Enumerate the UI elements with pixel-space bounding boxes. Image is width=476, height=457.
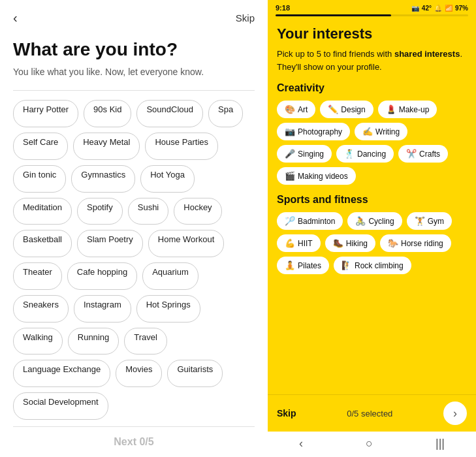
interest-tags: 🏸Badminton🚴Cycling🏋️Gym💪HIIT🥾Hiking🐎Hors…: [277, 212, 467, 274]
tag-item[interactable]: Theater: [13, 262, 62, 290]
sound-icon: 🔔: [434, 5, 442, 12]
tag-emoji: 🏋️: [415, 216, 425, 226]
interest-tag-item[interactable]: 🎬Making videos: [277, 167, 356, 185]
interest-tag-item[interactable]: 🎨Art: [277, 101, 315, 118]
tag-emoji: ✂️: [406, 149, 417, 159]
interest-tag-item[interactable]: 📷Photography: [277, 123, 350, 140]
back-button[interactable]: ‹: [13, 10, 18, 25]
tag-item[interactable]: Spa: [208, 100, 243, 127]
tag-item[interactable]: Meditation: [13, 198, 72, 225]
divider: [13, 90, 255, 91]
tag-item[interactable]: Gin tonic: [13, 165, 66, 193]
left-panel: ‹ Skip What are you into? You like what …: [0, 0, 268, 457]
tag-item[interactable]: Language Exchange: [13, 360, 110, 387]
tag-item[interactable]: Hockey: [174, 198, 221, 225]
tag-label: HIIT: [298, 239, 313, 248]
tag-emoji: 🏸: [285, 216, 295, 226]
tag-label: Gym: [428, 217, 444, 226]
tag-item[interactable]: Social Development: [13, 392, 108, 420]
tags-container: Harry Potter90s KidSoundCloudSpaSelf Car…: [13, 100, 255, 426]
tag-emoji: 💄: [386, 104, 396, 114]
progress-bar: [276, 14, 468, 16]
interest-tag-item[interactable]: 🥾Hiking: [325, 234, 375, 252]
tag-item[interactable]: Cafe hopping: [67, 262, 137, 290]
signal-icon: 📶: [445, 5, 452, 12]
left-footer: Next 0/5: [13, 426, 255, 457]
tag-item[interactable]: Hot Yoga: [140, 165, 195, 193]
tag-item[interactable]: Travel: [124, 328, 167, 355]
tag-label: Horse riding: [401, 239, 443, 248]
tag-label: Making videos: [298, 172, 348, 181]
tag-emoji: 🎨: [285, 104, 295, 114]
interest-tag-item[interactable]: 💪HIIT: [277, 234, 321, 252]
tag-label: Art: [298, 105, 308, 114]
interest-tag-item[interactable]: 🎤Singing: [277, 145, 332, 163]
tag-item[interactable]: Instagram: [74, 295, 131, 323]
interest-tag-item[interactable]: 🧘Pilates: [277, 257, 329, 274]
left-subtitle: You like what you like. Now, let everyon…: [13, 66, 255, 79]
tag-emoji: 🚴: [355, 216, 366, 226]
tag-item[interactable]: Heavy Metal: [73, 133, 140, 160]
interest-tags: 🎨Art✏️Design💄Make-up📷Photography✍️Writin…: [277, 101, 467, 185]
tag-item[interactable]: Slam Poetry: [77, 230, 143, 257]
tag-item[interactable]: Self Care: [13, 133, 68, 160]
tag-emoji: 💪: [285, 238, 295, 248]
tag-item[interactable]: Gymnastics: [71, 165, 135, 193]
tag-item[interactable]: Basketball: [13, 230, 72, 257]
interest-tag-item[interactable]: ✂️Crafts: [398, 145, 448, 163]
skip-button-left[interactable]: Skip: [236, 12, 255, 24]
interest-tag-item[interactable]: ✍️Writing: [355, 123, 407, 140]
tag-label: Badminton: [298, 217, 335, 226]
interest-tag-item[interactable]: 🐎Horse riding: [380, 234, 451, 252]
interest-tag-item[interactable]: 🏋️Gym: [407, 212, 452, 230]
status-bar: 9:18 📷 42° 🔔 📶 97%: [268, 0, 476, 14]
tag-emoji: ✏️: [328, 104, 338, 114]
tag-item[interactable]: Aquarium: [142, 262, 198, 290]
tag-label: Pilates: [298, 261, 321, 270]
tag-emoji: 🧘: [285, 260, 295, 270]
tag-emoji: 📷: [285, 127, 295, 136]
tag-item[interactable]: Running: [68, 328, 119, 355]
tag-item[interactable]: Home Workout: [148, 230, 224, 257]
tag-label: Rock climbing: [355, 261, 404, 270]
interest-tag-item[interactable]: 🧗Rock climbing: [334, 257, 411, 274]
tag-item[interactable]: SoundCloud: [136, 100, 203, 127]
nav-bar: ‹ ○ |||: [268, 432, 476, 457]
status-time: 9:18: [276, 4, 290, 12]
tag-item[interactable]: Hot Springs: [136, 295, 200, 323]
tag-item[interactable]: 90s Kid: [84, 100, 131, 127]
interest-tag-item[interactable]: 🕺Dancing: [336, 145, 394, 163]
interest-tag-item[interactable]: 💄Make-up: [378, 101, 437, 118]
tag-emoji: 🐎: [388, 238, 398, 248]
tag-item[interactable]: Walking: [13, 328, 63, 355]
right-content: Your interests Pick up to 5 to find frie…: [268, 16, 476, 394]
interest-tag-item[interactable]: 🏸Badminton: [277, 212, 343, 230]
tag-label: Make-up: [399, 105, 430, 114]
tag-item[interactable]: Sneakers: [13, 295, 69, 323]
left-header: ‹ Skip: [13, 10, 255, 25]
tag-item[interactable]: Sushi: [128, 198, 169, 225]
tag-label: Singing: [298, 150, 324, 159]
interest-tag-item[interactable]: 🚴Cycling: [347, 212, 402, 230]
next-circle-button[interactable]: ›: [443, 402, 467, 425]
tag-item[interactable]: Guitarists: [167, 360, 223, 387]
tag-item[interactable]: Movies: [116, 360, 162, 387]
next-button[interactable]: Next 0/5: [114, 436, 153, 447]
nav-home-icon[interactable]: ○: [366, 437, 373, 450]
nav-back-icon[interactable]: ‹: [299, 437, 303, 450]
selected-count: 0/5 selected: [347, 409, 392, 418]
tag-item[interactable]: Harry Potter: [13, 100, 78, 127]
tag-label: Dancing: [357, 150, 386, 159]
tag-emoji: ✍️: [362, 127, 373, 136]
tag-item[interactable]: House Parties: [145, 133, 218, 160]
temperature: 42°: [422, 5, 432, 12]
right-panel: 9:18 📷 42° 🔔 📶 97% Your interests Pick u…: [268, 0, 476, 457]
tag-label: Writing: [375, 127, 400, 136]
right-footer: Skip 0/5 selected ›: [268, 394, 476, 432]
tag-label: Hiking: [346, 239, 368, 248]
tag-item[interactable]: Spotify: [77, 198, 123, 225]
nav-recent-icon[interactable]: |||: [436, 437, 445, 450]
skip-button-right[interactable]: Skip: [277, 408, 296, 418]
battery-level: 97%: [455, 5, 468, 12]
interest-tag-item[interactable]: ✏️Design: [320, 101, 373, 118]
